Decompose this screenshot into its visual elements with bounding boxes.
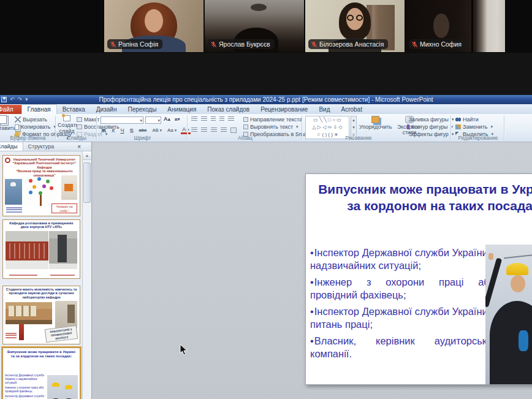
tab-home[interactable]: Главная bbox=[21, 104, 57, 114]
replace-icon bbox=[455, 124, 461, 129]
group-label-drawing: Рисование bbox=[266, 135, 451, 141]
thumb1-photo-worker bbox=[5, 179, 22, 205]
tab-outline[interactable]: Структура bbox=[23, 142, 59, 151]
arrange-icon bbox=[371, 116, 379, 123]
slide-bullet-list[interactable]: Інспектор Державної служби України з над… bbox=[310, 246, 495, 364]
thumb2-caption bbox=[8, 273, 39, 276]
tab-acrobat[interactable]: Acrobat bbox=[335, 105, 367, 114]
slide-bullet: Інспектор Державної служби України з пит… bbox=[310, 305, 495, 332]
thumb2-caption bbox=[49, 273, 76, 276]
indent-increase-icon[interactable] bbox=[219, 116, 224, 122]
tab-review[interactable]: Рецензирование bbox=[255, 105, 313, 114]
group-label-clipboard: Буфер обмена bbox=[0, 135, 56, 141]
shape-fill-button[interactable]: Заливка фигуры bbox=[407, 116, 451, 123]
tab-slideshow[interactable]: Показ слайдов bbox=[202, 105, 255, 114]
mic-muted-icon bbox=[210, 41, 217, 48]
participant-video-3[interactable]: Білозерова Анастасія bbox=[305, 0, 405, 52]
ribbon-tab-bar: Файл Главная Вставка Дизайн Переходы Ани… bbox=[0, 104, 532, 114]
ribbon-group-editing: Найти Заменить Выделить Редактирование bbox=[452, 114, 504, 142]
italic-button[interactable]: К bbox=[110, 127, 116, 134]
align-right-icon[interactable] bbox=[211, 127, 217, 133]
new-slide-label: Создать слайд bbox=[58, 123, 76, 135]
justify-icon[interactable] bbox=[221, 127, 227, 133]
replace-button[interactable]: Заменить bbox=[455, 123, 493, 131]
paste-icon bbox=[0, 115, 7, 124]
thumb1-photo-student bbox=[61, 175, 77, 200]
numbering-icon[interactable] bbox=[201, 116, 207, 122]
indent-decrease-icon[interactable] bbox=[211, 116, 216, 122]
shape-outline-button[interactable]: Контур фигуры bbox=[407, 123, 451, 131]
find-icon bbox=[455, 117, 461, 122]
slides-panel: Слайды Структура × Національний Технічни… bbox=[0, 142, 92, 399]
thumb3-award-ribbon bbox=[19, 324, 24, 340]
thumb1-heading: “Харківський Політехнічний Інститут” bbox=[12, 161, 77, 165]
bold-button[interactable]: Ж bbox=[100, 127, 107, 134]
ribbon-group-font: А▴ а▾ Ж К Ч S abc АВ Аа А Шрифт bbox=[97, 114, 188, 142]
participant-name-badge: Ярослав Букрєєв bbox=[208, 39, 275, 49]
paste-button[interactable]: Вставить bbox=[0, 115, 13, 131]
underline-button[interactable]: Ч bbox=[119, 127, 125, 134]
thumb1-small-text bbox=[5, 206, 23, 213]
tab-view[interactable]: Вид bbox=[313, 105, 335, 114]
align-center-icon[interactable] bbox=[201, 127, 207, 133]
scroll-up-icon[interactable]: ▲ bbox=[83, 151, 91, 160]
participant-video-2[interactable]: Ярослав Букрєєв bbox=[205, 0, 304, 52]
participant-video-1[interactable]: Рапіна Софія bbox=[104, 0, 203, 52]
current-slide-canvas[interactable]: Випускник може працювати в Україні та за… bbox=[305, 173, 532, 385]
change-case-button[interactable]: Аа bbox=[166, 127, 178, 133]
tab-slides-thumbnails[interactable]: Слайды bbox=[0, 142, 23, 151]
mic-muted-icon bbox=[311, 41, 317, 48]
tab-transitions[interactable]: Переходы bbox=[122, 105, 162, 114]
font-size-combobox[interactable] bbox=[145, 116, 161, 124]
scrollbar-thumb[interactable] bbox=[83, 162, 91, 203]
group-label-editing: Редактирование bbox=[452, 135, 504, 141]
thumb3-lab-sign: ЛАБОРАТОРІЯ З ПРОМИСЛОВОЇ ЕКОЛОГІЇ bbox=[45, 325, 78, 343]
tab-insert[interactable]: Вставка bbox=[57, 105, 91, 114]
panel-close-icon[interactable]: × bbox=[77, 143, 81, 151]
slide-thumbnail-4-selected[interactable]: Випускник може працювати в Україні та за… bbox=[2, 348, 80, 399]
window-title: Профорієнтаційна лекція про спеціальніст… bbox=[0, 95, 532, 104]
tab-design[interactable]: Дизайн bbox=[91, 105, 123, 114]
font-name-combobox[interactable] bbox=[101, 116, 143, 124]
title-bar[interactable]: ↶ ↷ ▾ Профорієнтаційна лекція про спеціа… bbox=[0, 95, 532, 104]
thumb2-photo-building-2 bbox=[49, 231, 77, 269]
columns-icon[interactable] bbox=[230, 127, 237, 133]
text-shadow-button[interactable]: S bbox=[128, 127, 134, 134]
thumb2-photo-building-1 bbox=[6, 231, 48, 269]
character-spacing-button[interactable]: АВ bbox=[151, 127, 163, 133]
thumb2-title: Кафедра розташована в приміщеннях двох к… bbox=[3, 220, 80, 230]
slide-bullet: Власник, керівник аудиторської компанії. bbox=[310, 335, 495, 361]
slide-thumbnail-3[interactable]: Студенти мають можливість навчатись та п… bbox=[2, 286, 80, 344]
tab-animations[interactable]: Анимация bbox=[162, 105, 202, 114]
powerpoint-window: ↶ ↷ ▾ Профорієнтаційна лекція про спеціа… bbox=[0, 95, 532, 399]
slide-thumbnail-2[interactable]: Кафедра розташована в приміщеннях двох к… bbox=[2, 219, 80, 279]
arrange-button[interactable]: Упорядочить bbox=[359, 116, 391, 131]
slide-title[interactable]: Випускник може працювати в Україні та за… bbox=[313, 181, 532, 215]
shape-outline-icon bbox=[407, 124, 409, 129]
participant-name-badge: Білозерова Анастасія bbox=[308, 39, 388, 49]
ribbon-group-drawing: ▭ ╲ ╲ □ ○ ▭ △ ▷ ◁ ⇨ ⇩ ◇ ☆ ( ) { } ∗ ▲▼≡ … bbox=[303, 114, 451, 142]
thumb3-photo-door bbox=[55, 301, 77, 328]
line-spacing-icon[interactable] bbox=[228, 116, 234, 122]
university-logo-icon bbox=[5, 158, 10, 163]
group-label-font: Шрифт bbox=[97, 135, 188, 141]
decrease-font-button[interactable]: а▾ bbox=[173, 116, 181, 122]
thumb3-small-text bbox=[4, 332, 18, 339]
text-direction-icon bbox=[243, 117, 248, 122]
align-left-icon[interactable] bbox=[191, 127, 197, 133]
video-conference-strip: Рапіна Софія Ярослав Букрєєв Білозерова … bbox=[0, 0, 532, 53]
desktop-background bbox=[0, 53, 532, 95]
mic-muted-icon bbox=[110, 41, 116, 48]
increase-font-button[interactable]: А▴ bbox=[162, 116, 172, 122]
bullets-icon[interactable] bbox=[191, 116, 197, 122]
find-button[interactable]: Найти bbox=[455, 116, 493, 123]
slide-thumbnail-1[interactable]: Національний Технічний Університет “Харк… bbox=[2, 155, 80, 216]
ribbon: Вставить Вырезать Копировать Формат по о… bbox=[0, 114, 532, 142]
tab-file[interactable]: Файл bbox=[0, 105, 21, 114]
slide-bullet: Інженер з охорони праці або провідний фа… bbox=[310, 276, 495, 302]
cut-icon bbox=[15, 116, 21, 123]
strikethrough-button[interactable]: abc bbox=[137, 127, 148, 133]
panel-scrollbar[interactable]: ▲ bbox=[82, 151, 91, 399]
participant-video-4[interactable]: Михно София bbox=[406, 0, 505, 52]
thumb1-tree-infographic bbox=[25, 177, 57, 206]
